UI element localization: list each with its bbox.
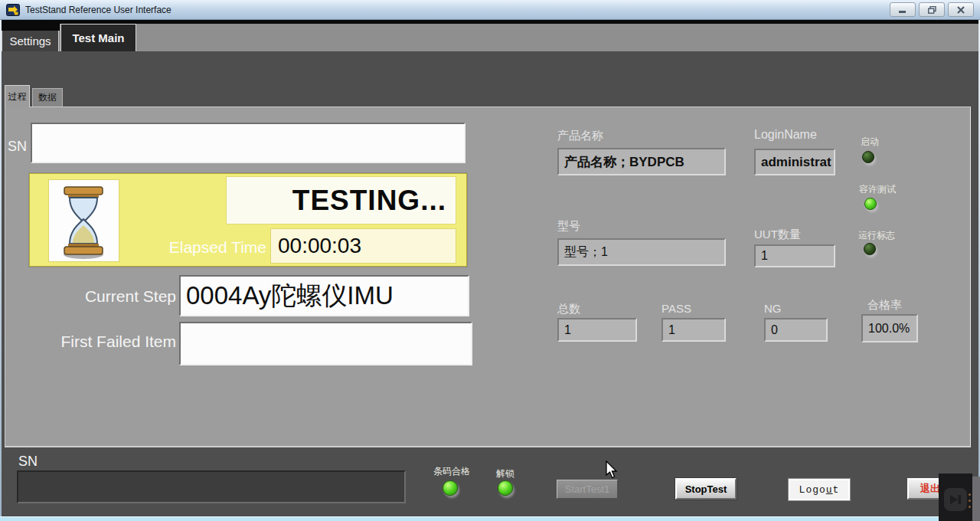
product-name-value-box: 产品名称；BYDPCB bbox=[557, 148, 726, 175]
logout-button[interactable]: Logout bbox=[788, 478, 851, 501]
window-controls bbox=[890, 2, 974, 17]
allow-test-led bbox=[864, 198, 877, 210]
exit-button-label: 退出 bbox=[920, 482, 940, 496]
current-step-value-box: 0004Ay陀螺仪IMU bbox=[179, 275, 469, 316]
unlock-led-label: 解锁 bbox=[496, 467, 514, 480]
recorder-side-strip bbox=[972, 477, 980, 521]
overflow-dot bbox=[969, 493, 971, 496]
recorder-overlay[interactable] bbox=[939, 473, 972, 521]
login-name-label: LoginName bbox=[754, 128, 817, 142]
unlock-led bbox=[498, 480, 513, 496]
tabstrip-left-gap bbox=[0, 24, 60, 31]
start-led bbox=[862, 151, 874, 163]
subtab-process-label: 过程 bbox=[8, 90, 27, 103]
run-flag-led-label: 运行标志 bbox=[858, 229, 895, 242]
close-icon bbox=[957, 6, 965, 14]
model-value: 型号；1 bbox=[564, 244, 608, 260]
tab-test-main-label: Test Main bbox=[72, 31, 124, 44]
sn-input[interactable] bbox=[31, 123, 466, 163]
ng-value-box: 0 bbox=[764, 318, 828, 342]
start-test-button[interactable]: StartTest1 bbox=[557, 480, 618, 499]
stop-test-button[interactable]: StopTest bbox=[675, 478, 737, 500]
model-value-box: 型号；1 bbox=[557, 238, 726, 266]
tab-settings-label: Settings bbox=[9, 34, 51, 48]
product-name-label: 产品名称 bbox=[557, 129, 603, 143]
run-flag-led bbox=[864, 243, 876, 255]
logout-button-label: Logout bbox=[799, 484, 840, 496]
login-name-value: administrat bbox=[761, 155, 831, 170]
window-title: TestStand Reference User Interface bbox=[25, 5, 172, 15]
elapsed-time-label: Elapsed Time bbox=[144, 230, 266, 265]
current-step-value: 0004Ay陀螺仪IMU bbox=[186, 279, 394, 313]
restore-icon bbox=[928, 6, 936, 14]
pass-value-box: 1 bbox=[662, 318, 726, 342]
hourglass-icon bbox=[49, 180, 119, 261]
tab-strip: Settings Test Main bbox=[2, 24, 978, 51]
login-name-value-box: administrat bbox=[754, 149, 835, 175]
pass-rate-label: 合格率 bbox=[867, 298, 902, 313]
first-failed-item-value-box bbox=[179, 322, 472, 365]
pass-value: 1 bbox=[668, 323, 675, 337]
recorder-icon[interactable] bbox=[944, 488, 967, 511]
pass-label: PASS bbox=[662, 302, 691, 315]
subtab-data-label: 数据 bbox=[38, 91, 57, 104]
window-left-border bbox=[0, 20, 2, 516]
elapsed-time-value: 00:00:03 bbox=[278, 234, 361, 258]
start-led-label: 启动 bbox=[861, 136, 879, 149]
barcode-ok-led bbox=[443, 480, 458, 496]
overflow-dot bbox=[969, 500, 971, 502]
first-failed-item-label: First Failed Item bbox=[37, 333, 176, 351]
tab-settings[interactable]: Settings bbox=[2, 30, 59, 51]
current-step-label: Current Step bbox=[46, 287, 176, 306]
minimize-icon bbox=[899, 6, 906, 13]
ng-label: NG bbox=[764, 302, 782, 315]
play-skip-icon bbox=[949, 494, 962, 505]
testing-status-box: TESTING... bbox=[226, 176, 456, 224]
model-label: 型号 bbox=[557, 219, 580, 234]
subtab-data[interactable]: 数据 bbox=[32, 88, 63, 106]
title-bar: TestStand Reference User Interface bbox=[0, 0, 980, 20]
restore-button[interactable] bbox=[919, 2, 945, 17]
start-test-button-label: StartTest1 bbox=[565, 483, 610, 495]
ng-value: 0 bbox=[771, 323, 778, 337]
overflow-dot bbox=[969, 506, 971, 508]
pass-rate-value: 100.0% bbox=[868, 322, 910, 336]
minimize-button[interactable] bbox=[890, 2, 916, 17]
window-bottom-border bbox=[0, 516, 980, 521]
pass-rate-value-box: 100.0% bbox=[861, 314, 918, 342]
sn-label: SN bbox=[8, 139, 27, 155]
tab-test-main[interactable]: Test Main bbox=[60, 24, 136, 51]
close-button[interactable] bbox=[948, 2, 974, 17]
footer-sn-input[interactable] bbox=[17, 470, 406, 503]
total-value: 1 bbox=[564, 323, 571, 337]
stop-test-button-label: StopTest bbox=[685, 483, 727, 495]
elapsed-time-value-box: 00:00:03 bbox=[270, 228, 456, 264]
testing-status-text: TESTING... bbox=[292, 185, 446, 217]
uut-count-label: UUT数量 bbox=[754, 228, 801, 242]
mouse-cursor bbox=[606, 460, 619, 480]
total-value-box: 1 bbox=[557, 318, 637, 342]
uut-count-value: 1 bbox=[761, 249, 768, 263]
teststand-app-icon bbox=[6, 3, 20, 17]
testing-banner: TESTING... Elapsed Time 00:00:03 bbox=[29, 173, 467, 267]
barcode-ok-led-label: 条码合格 bbox=[433, 465, 470, 478]
footer-sn-label: SN bbox=[18, 454, 38, 470]
allow-test-led-label: 容许测试 bbox=[859, 183, 896, 196]
product-name-value: 产品名称；BYDPCB bbox=[564, 153, 684, 171]
subtab-process[interactable]: 过程 bbox=[5, 85, 30, 107]
teststand-window: TestStand Reference User Interface bbox=[0, 0, 980, 521]
total-label: 总数 bbox=[557, 302, 580, 316]
uut-count-value-box: 1 bbox=[754, 244, 835, 267]
hourglass-box bbox=[48, 179, 119, 262]
